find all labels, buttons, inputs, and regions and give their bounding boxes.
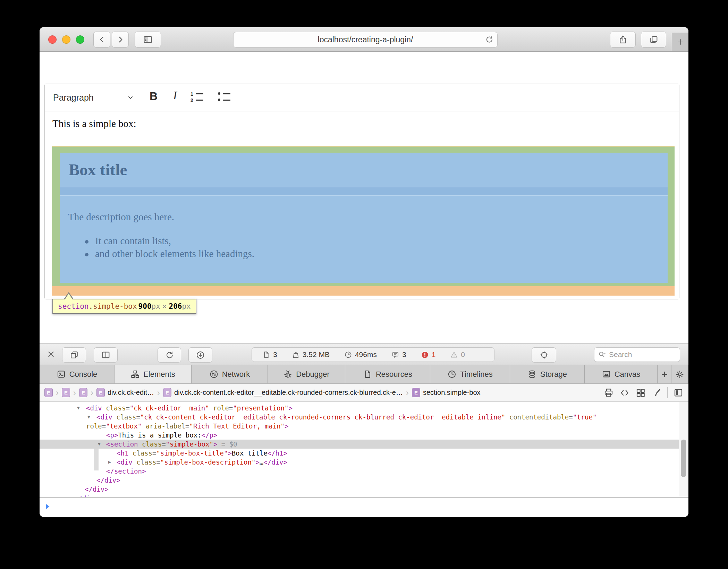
close-window-button[interactable] <box>48 35 57 44</box>
undock-button[interactable] <box>62 347 86 363</box>
italic-button[interactable]: I <box>173 89 177 102</box>
disclosure-right-icon[interactable]: ▶ <box>108 458 111 467</box>
disclosure-down-icon[interactable]: ▼ <box>77 404 80 413</box>
undock-icon <box>69 350 79 360</box>
tab-debugger[interactable]: Debugger <box>268 365 345 383</box>
box-description-text: The description goes here. <box>68 211 174 223</box>
dock-side-button[interactable] <box>94 347 118 363</box>
chevron-down-icon[interactable] <box>127 94 134 101</box>
dom-row-text: <p>This is a simple box:</p> <box>106 431 217 440</box>
breadcrumb-item-section[interactable]: Esection.simple-box <box>412 388 481 397</box>
tooltip-tag: section <box>58 302 89 311</box>
settings-button[interactable] <box>671 365 688 383</box>
storage-tab-icon <box>527 370 537 379</box>
download-icon <box>196 350 205 360</box>
dom-row-text: </div> <box>96 476 120 485</box>
dom-tree-scrollbar[interactable] <box>679 402 688 497</box>
paintbrush-icon[interactable] <box>651 388 662 398</box>
sidebar-toggle-button[interactable] <box>135 32 161 48</box>
stat-value: 1 <box>432 350 436 359</box>
tab-overview-button[interactable] <box>641 32 666 48</box>
download-webarchive-button[interactable] <box>188 347 212 363</box>
stat-error-badge[interactable]: 1 <box>421 350 436 359</box>
minimize-window-button[interactable] <box>62 35 70 44</box>
weight-icon <box>292 351 300 359</box>
zoom-window-button[interactable] <box>76 35 84 44</box>
grid-icon[interactable] <box>635 388 646 398</box>
dom-row[interactable]: </section> <box>40 467 679 476</box>
breadcrumb-item[interactable]: E <box>62 388 70 397</box>
sidebar-icon <box>143 35 153 44</box>
share-icon <box>618 35 628 44</box>
dom-row[interactable]: <h1 class="simple-box-title">Box title</… <box>40 449 679 458</box>
reload-icon[interactable] <box>485 35 494 44</box>
back-button[interactable] <box>93 32 110 48</box>
dom-tree-panel[interactable]: ▼<div class="ck ck-editor__main" role="p… <box>40 402 679 497</box>
breadcrumb-item-div[interactable]: Ediv.ck.ck-edit… <box>96 388 154 397</box>
ckeditor-frame: Paragraph B I 1 2 This is a simple box: <box>44 84 679 299</box>
list-item: and other block elements like headings. <box>95 248 254 260</box>
breadcrumb-item-div[interactable]: Ediv.ck.ck-content.ck-editor__editable.c… <box>163 388 403 397</box>
url-field[interactable]: localhost/creating-a-plugin/ <box>233 32 498 48</box>
dom-row[interactable]: role="textbox" aria-label="Rich Text Edi… <box>40 422 679 431</box>
tab-label: Timelines <box>460 370 492 379</box>
disclosure-down-icon[interactable]: ▼ <box>87 413 90 422</box>
breadcrumb-item[interactable]: E <box>79 388 87 397</box>
devtools-search-field[interactable] <box>594 347 680 362</box>
tab-label: Canvas <box>615 370 641 379</box>
dom-row-text: </section> <box>106 467 146 476</box>
dom-row[interactable]: ▼<div class="ck ck-content ck-editor__ed… <box>40 413 679 422</box>
inspector-margin-highlight <box>52 286 675 296</box>
add-tab-button[interactable] <box>658 365 671 383</box>
element-badge: E <box>79 388 87 397</box>
document-icon <box>262 351 270 359</box>
tooltip-width: 900 <box>138 302 152 311</box>
element-picker-button[interactable] <box>532 347 556 363</box>
reload-page-button[interactable] <box>158 347 181 363</box>
dom-row[interactable]: </div> <box>40 485 679 494</box>
simple-box-description[interactable]: The description goes here. It can contai… <box>60 196 668 283</box>
scrollbar-thumb[interactable] <box>681 440 686 477</box>
reload-icon <box>165 350 174 360</box>
share-button[interactable] <box>610 32 636 48</box>
breadcrumb-separator: › <box>157 389 160 396</box>
dom-row[interactable]: </div> <box>40 476 679 485</box>
new-tab-button[interactable] <box>672 33 688 51</box>
console-prompt[interactable] <box>40 497 688 517</box>
numbered-list-button[interactable]: 1 2 <box>191 92 204 104</box>
code-angles-icon[interactable] <box>619 388 630 398</box>
bold-button[interactable]: B <box>150 90 158 103</box>
tab-timelines[interactable]: Timelines <box>430 365 510 383</box>
editor-paragraph[interactable]: This is a simple box: <box>52 118 136 129</box>
dom-row[interactable]: ▶<div class="simple-box-description">…</… <box>40 458 679 467</box>
dom-row[interactable]: <p>This is a simple box:</p> <box>40 431 679 440</box>
bulleted-list-button[interactable] <box>218 92 231 104</box>
tab-elements[interactable]: Elements <box>115 365 192 383</box>
stat-value: 496ms <box>355 350 377 359</box>
stat-warning-triangle[interactable]: 0 <box>450 350 465 359</box>
dom-row[interactable]: ▼<div class="ck ck-editor__main" role="p… <box>40 404 679 413</box>
breadcrumb-item[interactable]: E <box>44 388 53 397</box>
breadcrumb-separator: › <box>73 389 76 396</box>
tab-network[interactable]: Network <box>192 365 268 383</box>
search-input[interactable] <box>608 350 665 359</box>
plus-icon <box>660 370 669 379</box>
disclosure-down-icon[interactable]: ▼ <box>98 440 101 449</box>
tab-resources[interactable]: Resources <box>345 365 430 383</box>
details-panel-icon[interactable] <box>673 388 684 398</box>
simple-box-title[interactable]: Box title <box>60 153 668 187</box>
stat-value: 3.52 MB <box>303 350 330 359</box>
console-tab-icon <box>57 370 66 379</box>
printer-icon[interactable] <box>603 388 614 398</box>
split-pane-icon <box>101 350 111 360</box>
devtools-close-button[interactable] <box>45 348 57 360</box>
paragraph-dropdown[interactable]: Paragraph <box>53 84 94 111</box>
tab-canvas[interactable]: Canvas <box>585 365 658 383</box>
tab-storage[interactable]: Storage <box>510 365 585 383</box>
dom-row[interactable]: </div <box>40 494 679 497</box>
stat-weight: 3.52 MB <box>292 350 330 359</box>
forward-button[interactable] <box>112 32 129 48</box>
dom-row-selected[interactable]: ▼<section class="simple-box"> = $0 <box>40 440 679 449</box>
bullet-dot <box>85 253 88 256</box>
tab-console[interactable]: Console <box>40 365 115 383</box>
